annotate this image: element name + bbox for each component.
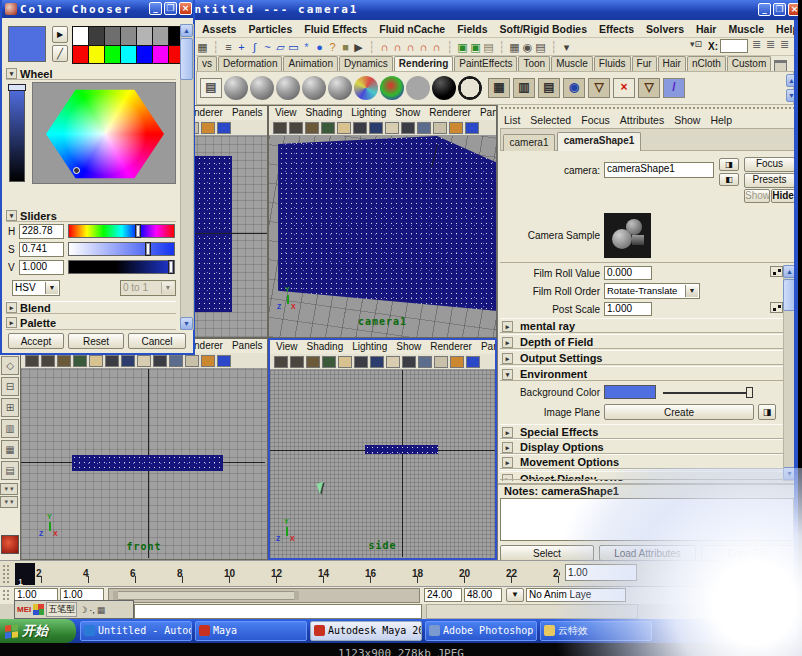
shelf-sphere-gray-3[interactable] (276, 76, 300, 100)
section-display-options[interactable]: Display Options (500, 439, 784, 454)
swatch-white[interactable] (73, 27, 88, 45)
value-vertical-slider[interactable] (9, 84, 25, 182)
film-roll-value-input[interactable]: 0.000 (604, 266, 652, 280)
smooth-shade-icon[interactable] (105, 355, 119, 367)
divider-icon[interactable]: ┆ (365, 38, 378, 56)
moon-icon[interactable]: ☽ (79, 605, 87, 615)
open-connection-icon[interactable]: ◧ (719, 173, 739, 186)
expand-arrow-icon[interactable] (502, 369, 513, 380)
film-roll-value-slider-icon[interactable] (770, 266, 783, 277)
viewport-menu-item[interactable]: View (275, 106, 297, 120)
shelf-tab[interactable]: vs (197, 56, 217, 71)
section-depth-of-field[interactable]: Depth of Field (500, 334, 784, 349)
sliders-section-header[interactable]: Sliders (6, 210, 176, 222)
copy-tab-button[interactable]: Copy Tab (701, 545, 795, 561)
task-button[interactable]: Adobe Photoshop (425, 621, 537, 641)
anim-layer-dropdown-icon[interactable]: ▼ (506, 588, 524, 602)
menu-item[interactable]: Attributes (620, 112, 664, 126)
film-gate-icon[interactable] (169, 355, 183, 367)
chevron-down-icon[interactable] (45, 282, 58, 294)
range-dropdown[interactable]: 0 to 1 (120, 280, 176, 296)
collapse-arrow-icon[interactable] (502, 457, 513, 468)
post-scale-slider-icon[interactable] (770, 302, 783, 313)
background-color-slider-handle[interactable] (746, 387, 753, 398)
film-gate-icon[interactable] (417, 122, 431, 134)
notes-textarea[interactable] (500, 498, 794, 541)
curve-tool-icon[interactable]: ~ (261, 38, 274, 56)
divider-icon[interactable]: ┆ (547, 38, 560, 56)
frame-tick[interactable]: 24 (553, 563, 560, 585)
isolate-select-icon[interactable] (450, 356, 464, 368)
menu-item[interactable]: Fluid Effects (304, 21, 367, 37)
viewport-front-canvas[interactable]: Y Z X front (21, 369, 267, 559)
frame-tick[interactable]: 8 (177, 563, 224, 585)
star-icon[interactable]: * (300, 38, 313, 56)
smooth-shade-icon[interactable] (354, 356, 368, 368)
menu-item[interactable]: Solvers (646, 21, 684, 37)
layout-dropdown-icon[interactable]: ▾ ▾ (0, 483, 18, 495)
textured-icon[interactable] (369, 122, 383, 134)
menu-item[interactable]: Particles (248, 21, 292, 37)
resolution-gate-icon[interactable] (402, 356, 416, 368)
ipr-render-shelf-icon[interactable]: ▥ (513, 78, 535, 98)
tab-camera1[interactable]: camera1 (503, 134, 555, 151)
current-frame-marker[interactable]: 1 (15, 563, 35, 585)
viewport-menu-item[interactable]: View (276, 340, 298, 354)
hide-button[interactable]: Hide (771, 189, 795, 203)
field-chart-icon[interactable] (433, 122, 447, 134)
collapse-arrow-icon[interactable] (6, 317, 17, 328)
viewport-menu-item[interactable]: Show (395, 106, 420, 120)
shelf-tab[interactable]: Toon (518, 56, 550, 71)
collapse-arrow-icon[interactable] (502, 442, 513, 453)
layout-dropdown-icon[interactable]: ▾ ▾ (0, 496, 18, 508)
frame-tick[interactable]: 6 (130, 563, 177, 585)
anim-layer-field[interactable]: No Anim Laye (526, 588, 626, 602)
hypershade-shelf-icon[interactable]: ◉ (563, 78, 585, 98)
shelf-sphere-black[interactable] (432, 76, 456, 100)
snap-point-icon[interactable]: ∩ (404, 38, 417, 56)
panel-drag-handle[interactable] (500, 106, 796, 111)
time-slider[interactable]: 1 24681012141618202224 1.00 (0, 560, 802, 587)
wheel-section-header[interactable]: Wheel (6, 68, 176, 80)
divider-icon[interactable]: ┆ (209, 38, 222, 56)
smooth-shade-icon[interactable] (353, 122, 367, 134)
view-camera-icon[interactable] (274, 356, 288, 368)
task-button[interactable]: 云特效 (540, 621, 652, 641)
timeline-drag-handle[interactable] (2, 564, 10, 584)
menu-item[interactable]: Soft/Rigid Bodies (500, 21, 588, 37)
expand-arrow-icon[interactable] (6, 68, 17, 79)
saturation-input[interactable]: 0.741 (19, 242, 64, 257)
resolution-gate-icon[interactable] (401, 122, 415, 134)
swatch-green[interactable] (105, 46, 120, 64)
menu-item[interactable]: Assets (202, 21, 236, 37)
tab-camerashape1[interactable]: cameraShape1 (557, 132, 641, 151)
wireframe-icon[interactable] (89, 355, 103, 367)
select-button[interactable]: Select (500, 545, 594, 561)
bookmark-icon[interactable] (306, 356, 320, 368)
menu-item[interactable]: Muscle (728, 21, 764, 37)
collapse-arrow-icon[interactable] (502, 427, 513, 438)
hypergraph-layout-icon[interactable]: ▦ (1, 440, 19, 459)
test-tube-shelf-icon[interactable]: ▽ (588, 78, 610, 98)
frame-tick[interactable]: 4 (83, 563, 130, 585)
default-light-icon[interactable] (385, 122, 399, 134)
viewport-persp-canvas[interactable]: Y Z X camera1 (269, 136, 496, 337)
value-slider-handle[interactable] (8, 84, 26, 91)
channel-layer-icon[interactable]: ≣ (780, 38, 789, 51)
collapse-arrow-icon[interactable] (502, 474, 513, 480)
menu-item[interactable]: List (504, 112, 520, 126)
range-slider-track[interactable] (108, 588, 420, 603)
current-time-input[interactable]: 1.00 (565, 564, 637, 581)
swatch-silver[interactable] (153, 27, 168, 45)
film-gate-icon[interactable] (418, 356, 432, 368)
ime-wubi-button[interactable]: 五笔型 (46, 602, 77, 617)
test-tube-2-shelf-icon[interactable]: ▽ (638, 78, 660, 98)
render-frame-icon[interactable]: ▦ (508, 38, 521, 56)
frame-tick[interactable]: 18 (412, 563, 459, 585)
isolate-select-icon[interactable] (201, 122, 215, 134)
four-pane-layout-icon[interactable]: ⊞ (1, 398, 19, 417)
single-pane-layout-icon[interactable]: ◇ (1, 356, 19, 375)
wireframe-icon[interactable] (337, 122, 351, 134)
hue-slider[interactable] (68, 224, 175, 238)
menu-item[interactable]: Show (674, 112, 700, 126)
